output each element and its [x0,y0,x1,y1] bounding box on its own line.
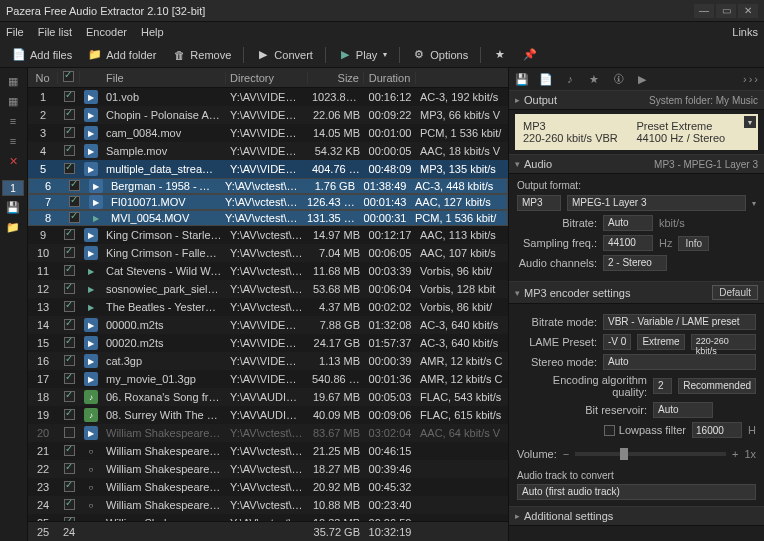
options-button[interactable]: ⚙Options [406,46,474,64]
convert-button[interactable]: ▶Convert [250,46,319,64]
file-row[interactable]: 22○William Shakespeare - Romeo and Juli.… [28,460,508,478]
info-button[interactable]: Info [678,236,709,251]
row-checkbox[interactable] [64,91,75,102]
col-dir[interactable]: Directory [226,72,308,84]
lame-v-select[interactable]: -V 0 [603,334,631,350]
file-row[interactable]: 11▶Cat Stevens - Wild World.webmY:\AV\vc… [28,262,508,280]
one-icon[interactable]: 1 [2,180,24,196]
tab-output-icon[interactable]: 💾 [513,71,531,87]
volume-minus-button[interactable]: − [563,448,569,460]
file-row[interactable]: 16▶cat.3gpY:\AV\VIDEO_SA...1.13 MB00:00:… [28,352,508,370]
file-row[interactable]: 8▶MVI_0054.MOVY:\AV\vctest\mov...131.35 … [28,210,508,226]
row-checkbox[interactable] [64,283,75,294]
row-checkbox[interactable] [64,463,75,474]
grid2-icon[interactable]: ▦ [2,92,24,110]
file-row[interactable]: 14▶00000.m2tsY:\AV\VIDEO_SA...7.88 GB01:… [28,316,508,334]
col-no[interactable]: No [28,72,58,84]
col-checkbox[interactable] [58,71,80,84]
file-row[interactable]: 18♪06. Roxana's Song from 'King Roger'.f… [28,388,508,406]
lowpass-input[interactable] [692,422,742,438]
file-row[interactable]: 17▶my_movie_01.3gpY:\AV\VIDEO_SA...540.8… [28,370,508,388]
add-folder-button[interactable]: 📁Add folder [82,46,162,64]
tab-music-icon[interactable]: ♪ [561,71,579,87]
file-row[interactable]: 9▶King Crimson - Starless.mp4Y:\AV\vctes… [28,226,508,244]
file-row[interactable]: 7▶FI010071.MOVY:\AV\vctest\mov...126.43 … [28,194,508,210]
stereo-select[interactable]: Auto [603,354,756,370]
file-row[interactable]: 21○William Shakespeare - Romeo and Juli.… [28,442,508,460]
row-checkbox[interactable] [64,127,75,138]
row-checkbox[interactable] [64,499,75,510]
row-checkbox[interactable] [64,445,75,456]
delete-icon[interactable]: ✕ [2,152,24,170]
output-section-head[interactable]: ▸ Output System folder: My Music [509,90,764,110]
maximize-button[interactable]: ▭ [716,4,736,18]
remove-button[interactable]: 🗑Remove [166,46,237,64]
file-row[interactable]: 4▶Sample.movY:\AV\VIDEO_SA...54.32 KB00:… [28,142,508,160]
file-row[interactable]: 5▶multiple_data_streams.mkvY:\AV\VIDEO_S… [28,160,508,178]
close-button[interactable]: ✕ [738,4,758,18]
audio-section-head[interactable]: ▾ Audio MP3 - MPEG-1 Layer 3 [509,154,764,174]
volume-slider[interactable] [575,452,726,456]
preset-dropdown-icon[interactable]: ▾ [744,116,756,128]
file-row[interactable]: 1▶01.vobY:\AV\VIDEO_SA...1023.85 MB00:16… [28,88,508,106]
save-icon[interactable]: 💾 [2,198,24,216]
file-row[interactable]: 24○William Shakespeare - Romeo and Juli.… [28,496,508,514]
additional-settings-head[interactable]: ▸ Additional settings [509,506,764,526]
row-checkbox[interactable] [64,163,75,174]
file-row[interactable]: 10▶King Crimson - Fallen Angel.mp4Y:\AV\… [28,244,508,262]
row-checkbox[interactable] [64,337,75,348]
row-checkbox[interactable] [64,481,75,492]
col-file[interactable]: File [102,72,226,84]
row-checkbox[interactable] [64,265,75,276]
row-checkbox[interactable] [64,517,75,522]
bitrate-select[interactable]: Auto [603,215,653,231]
row-checkbox[interactable] [64,373,75,384]
format-long-select[interactable]: MPEG-1 Layer 3 [567,195,746,211]
row-checkbox[interactable] [64,391,75,402]
row-checkbox[interactable] [69,180,80,191]
list-icon[interactable]: ≡ [2,112,24,130]
file-row[interactable]: 12▶sosnowiec_park_sielecki.webmY:\AV\vct… [28,280,508,298]
star-button[interactable]: ★ [487,46,513,64]
row-checkbox[interactable] [64,355,75,366]
grid-icon[interactable]: ▦ [2,72,24,90]
col-size[interactable]: Size [308,72,364,84]
file-row[interactable]: 19♪08. Surrey With The Fringe On Top.fla… [28,406,508,424]
row-checkbox[interactable] [64,247,75,258]
folder-icon[interactable]: 📁 [2,218,24,236]
row-checkbox[interactable] [64,409,75,420]
file-row[interactable]: 3▶cam_0084.movY:\AV\VIDEO_SA...14.05 MB0… [28,124,508,142]
format-short-select[interactable]: MP3 [517,195,561,211]
menu-file[interactable]: File [6,26,24,38]
file-row[interactable]: 20▶William Shakespeare - Romeo and Julie… [28,424,508,442]
menu-encoder[interactable]: Encoder [86,26,127,38]
menu-filelist[interactable]: File list [38,26,72,38]
freq-select[interactable]: 44100 [603,235,653,251]
pin-button[interactable]: 📌 [517,46,543,64]
tab-doc-icon[interactable]: 📄 [537,71,555,87]
tab-play-icon[interactable]: ▶ [633,71,651,87]
row-checkbox[interactable] [64,427,75,438]
tab-info-icon[interactable]: 🛈 [609,71,627,87]
menu-help[interactable]: Help [141,26,164,38]
play-button[interactable]: ▶Play▾ [332,46,393,64]
list2-icon[interactable]: ≡ [2,132,24,150]
file-row[interactable]: 23○William Shakespeare - Romeo and Juli.… [28,478,508,496]
file-row[interactable]: 6▶Bergman - 1958 - Ansiktet (DVD x264 21… [28,178,508,194]
tab-more-icon[interactable]: ››› [743,73,760,85]
row-checkbox[interactable] [64,109,75,120]
bitrate-mode-select[interactable]: VBR - Variable / LAME preset [603,314,756,330]
row-checkbox[interactable] [64,301,75,312]
add-files-button[interactable]: 📄Add files [6,46,78,64]
reservoir-select[interactable]: Auto [653,402,713,418]
tab-star-icon[interactable]: ★ [585,71,603,87]
file-row[interactable]: 25○William Shakespeare - Romeo and Juli.… [28,514,508,521]
minimize-button[interactable]: — [694,4,714,18]
file-row[interactable]: 2▶Chopin - Polonaise As-Dur op 53 'Heroi… [28,106,508,124]
row-checkbox[interactable] [64,319,75,330]
menu-links[interactable]: Links [732,26,758,38]
row-checkbox[interactable] [64,145,75,156]
preset-box[interactable]: MP3 220-260 kbit/s VBR Preset Extreme 44… [515,114,758,150]
row-checkbox[interactable] [69,212,80,223]
mp3-section-head[interactable]: ▾ MP3 encoder settings Default [509,281,764,304]
